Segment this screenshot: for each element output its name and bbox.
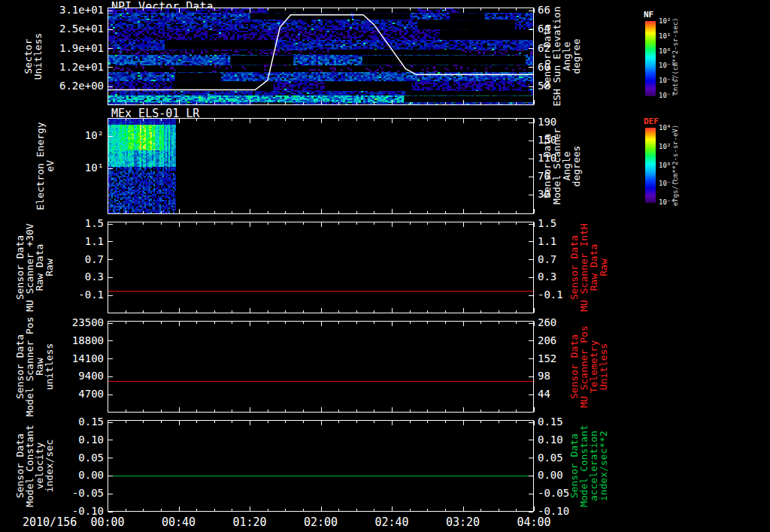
- y-tick-label: 0.10: [538, 435, 563, 445]
- tick-mark: [534, 322, 535, 326]
- tick-mark: [285, 222, 286, 225]
- tick-mark: [321, 308, 322, 313]
- tick-mark: [410, 421, 411, 423]
- tick-mark: [214, 8, 215, 11]
- tick-mark: [529, 122, 533, 123]
- npi-right-axis-label: Sensor DataESH Sun ElevationAngledegree: [542, 0, 581, 116]
- tick-mark: [108, 11, 113, 11]
- tick-mark: [463, 8, 464, 13]
- tick-mark: [321, 209, 322, 213]
- tick-mark: [232, 211, 232, 213]
- tick-mark: [374, 8, 374, 11]
- tick-mark: [356, 410, 357, 412]
- tick-mark: [143, 222, 144, 225]
- y-tick-label: 18800: [72, 336, 104, 346]
- tick-mark: [392, 506, 393, 511]
- tick-mark: [410, 102, 411, 104]
- tick-mark: [499, 410, 499, 412]
- tick-mark: [338, 102, 339, 104]
- tick-mark: [516, 421, 517, 423]
- tick-mark: [410, 310, 411, 313]
- tick-mark: [392, 421, 393, 425]
- tick-mark: [392, 407, 393, 412]
- tick-mark: [463, 322, 464, 326]
- y-tick-label: 98: [538, 371, 550, 381]
- tick-mark: [534, 407, 535, 412]
- tick-mark: [303, 421, 304, 423]
- y-tick-label: -0.1: [78, 290, 104, 300]
- tick-mark: [516, 211, 517, 213]
- model-constant-panel: [108, 420, 534, 512]
- tick-mark: [529, 512, 533, 512]
- tick-mark: [179, 222, 180, 227]
- tick-mark: [480, 102, 481, 104]
- tick-mark: [410, 119, 411, 121]
- tick-mark: [410, 211, 411, 213]
- tick-mark: [463, 119, 464, 123]
- y-tick-label: 1.1: [538, 237, 556, 246]
- tick-mark: [516, 310, 517, 313]
- tick-mark: [161, 322, 162, 324]
- tick-mark: [529, 323, 533, 324]
- tick-mark: [268, 410, 268, 412]
- tick-mark: [374, 310, 374, 313]
- tick-mark: [356, 509, 357, 511]
- tick-mark: [143, 509, 144, 511]
- tick-mark: [529, 422, 533, 423]
- tick-mark: [196, 222, 197, 225]
- tick-mark: [529, 159, 533, 159]
- tick-mark: [250, 222, 250, 227]
- y-tick-label: 14100: [72, 354, 104, 364]
- tick-mark: [499, 8, 499, 11]
- tick-mark: [268, 222, 268, 225]
- tick-mark: [303, 322, 304, 324]
- tick-mark: [161, 310, 162, 313]
- tick-mark: [214, 211, 215, 213]
- y-tick-label: 0.7: [538, 255, 556, 264]
- tick-mark: [534, 421, 535, 425]
- tick-mark: [214, 222, 215, 225]
- tick-mark: [534, 100, 535, 104]
- tick-mark: [108, 277, 113, 278]
- model-constant-series-line: [108, 476, 533, 476]
- tick-mark: [356, 8, 357, 11]
- tick-mark: [374, 421, 374, 423]
- tick-mark: [516, 509, 517, 511]
- tick-mark: [427, 102, 428, 104]
- tick-mark: [126, 509, 126, 511]
- tick-mark: [108, 168, 113, 169]
- tick-mark: [410, 222, 411, 225]
- tick-mark: [392, 8, 393, 13]
- tick-mark: [108, 119, 108, 123]
- tick-mark: [285, 211, 286, 213]
- tick-mark: [499, 222, 499, 225]
- tick-mark: [445, 509, 446, 511]
- tick-mark: [108, 136, 113, 137]
- y-tick-label: 0.3: [538, 272, 556, 282]
- tick-mark: [392, 222, 393, 227]
- tick-mark: [303, 222, 304, 225]
- tick-mark: [232, 310, 232, 313]
- tick-mark: [108, 48, 113, 49]
- tick-mark: [427, 421, 428, 423]
- tick-mark: [196, 8, 197, 11]
- tick-mark: [427, 310, 428, 313]
- tick-mark: [303, 211, 304, 213]
- tick-mark: [338, 410, 339, 412]
- tick-mark: [338, 310, 339, 313]
- tick-mark: [534, 119, 535, 123]
- tick-mark: [529, 476, 533, 476]
- tick-mark: [285, 421, 286, 423]
- y-tick-label: 0.15: [78, 417, 104, 427]
- tick-mark: [250, 407, 250, 412]
- mu-scanner-panel: [108, 222, 534, 313]
- tick-mark: [232, 222, 232, 225]
- tick-mark: [108, 358, 113, 359]
- y-tick-label: 152: [538, 354, 556, 364]
- tick-mark: [499, 509, 499, 511]
- tick-mark: [108, 476, 113, 476]
- tick-mark: [427, 410, 428, 412]
- tick-mark: [126, 102, 126, 104]
- tick-mark: [445, 222, 446, 225]
- tick-mark: [285, 102, 286, 104]
